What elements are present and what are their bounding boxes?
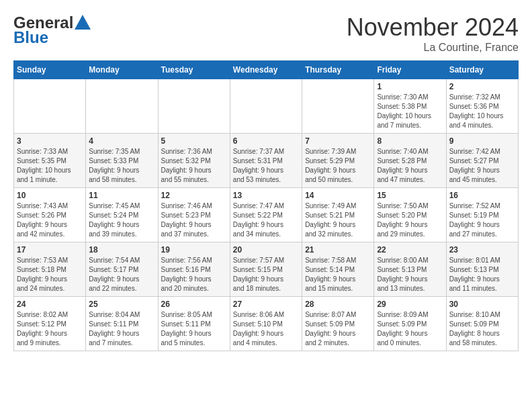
calendar-week-5: 24Sunrise: 8:02 AM Sunset: 5:12 PM Dayli…	[14, 297, 519, 351]
day-number: 2	[449, 82, 515, 91]
calendar-week-3: 10Sunrise: 7:43 AM Sunset: 5:26 PM Dayli…	[14, 188, 519, 242]
day-info: Sunrise: 7:33 AM Sunset: 5:35 PM Dayligh…	[17, 147, 83, 185]
day-info: Sunrise: 8:05 AM Sunset: 5:11 PM Dayligh…	[161, 310, 227, 348]
day-number: 29	[377, 300, 443, 309]
calendar-cell: 20Sunrise: 7:57 AM Sunset: 5:15 PM Dayli…	[230, 242, 302, 297]
calendar-cell: 26Sunrise: 8:05 AM Sunset: 5:11 PM Dayli…	[158, 297, 230, 351]
calendar-cell: 5Sunrise: 7:36 AM Sunset: 5:32 PM Daylig…	[158, 134, 230, 188]
calendar-cell: 10Sunrise: 7:43 AM Sunset: 5:26 PM Dayli…	[14, 188, 86, 242]
day-info: Sunrise: 8:04 AM Sunset: 5:11 PM Dayligh…	[89, 310, 154, 348]
weekday-header-saturday: Saturday	[446, 61, 518, 79]
calendar-cell: 27Sunrise: 8:06 AM Sunset: 5:10 PM Dayli…	[230, 297, 302, 351]
calendar-cell: 21Sunrise: 7:58 AM Sunset: 5:14 PM Dayli…	[302, 242, 374, 297]
day-info: Sunrise: 7:36 AM Sunset: 5:32 PM Dayligh…	[161, 147, 227, 185]
day-info: Sunrise: 7:39 AM Sunset: 5:29 PM Dayligh…	[305, 147, 371, 185]
day-info: Sunrise: 8:00 AM Sunset: 5:13 PM Dayligh…	[377, 256, 443, 293]
day-info: Sunrise: 7:42 AM Sunset: 5:27 PM Dayligh…	[449, 147, 515, 185]
calendar-cell: 9Sunrise: 7:42 AM Sunset: 5:27 PM Daylig…	[446, 134, 518, 188]
month-title: November 2024	[347, 13, 519, 42]
calendar-cell	[230, 79, 302, 134]
day-info: Sunrise: 7:49 AM Sunset: 5:21 PM Dayligh…	[305, 201, 371, 239]
day-number: 14	[305, 191, 371, 200]
day-info: Sunrise: 7:52 AM Sunset: 5:19 PM Dayligh…	[449, 201, 515, 239]
weekday-header-tuesday: Tuesday	[158, 61, 230, 79]
calendar-week-4: 17Sunrise: 7:53 AM Sunset: 5:18 PM Dayli…	[14, 242, 519, 297]
day-number: 28	[305, 300, 371, 309]
day-info: Sunrise: 7:50 AM Sunset: 5:20 PM Dayligh…	[377, 201, 443, 239]
day-info: Sunrise: 8:02 AM Sunset: 5:12 PM Dayligh…	[17, 310, 83, 348]
day-number: 30	[449, 300, 515, 309]
day-number: 26	[161, 300, 227, 309]
logo-icon	[73, 13, 92, 32]
calendar-cell: 14Sunrise: 7:49 AM Sunset: 5:21 PM Dayli…	[302, 188, 374, 242]
day-number: 23	[449, 245, 515, 255]
calendar-cell: 28Sunrise: 8:07 AM Sunset: 5:09 PM Dayli…	[302, 297, 374, 351]
day-number: 10	[17, 191, 83, 200]
day-number: 24	[17, 300, 83, 309]
day-number: 15	[377, 191, 443, 200]
calendar-week-1: 1Sunrise: 7:30 AM Sunset: 5:38 PM Daylig…	[14, 79, 519, 134]
day-number: 3	[17, 136, 83, 146]
calendar-cell: 23Sunrise: 8:01 AM Sunset: 5:13 PM Dayli…	[446, 242, 518, 297]
day-info: Sunrise: 7:45 AM Sunset: 5:24 PM Dayligh…	[89, 201, 154, 239]
day-number: 4	[89, 136, 154, 146]
day-number: 18	[89, 245, 154, 255]
day-number: 17	[17, 245, 83, 255]
day-info: Sunrise: 8:01 AM Sunset: 5:13 PM Dayligh…	[449, 256, 515, 293]
calendar-header-row: SundayMondayTuesdayWednesdayThursdayFrid…	[14, 61, 519, 79]
day-number: 19	[161, 245, 227, 255]
calendar-cell: 11Sunrise: 7:45 AM Sunset: 5:24 PM Dayli…	[86, 188, 158, 242]
calendar-table: SundayMondayTuesdayWednesdayThursdayFrid…	[13, 60, 519, 351]
title-block: November 2024 La Courtine, France	[347, 13, 519, 54]
day-info: Sunrise: 7:30 AM Sunset: 5:38 PM Dayligh…	[377, 93, 443, 130]
day-number: 12	[161, 191, 227, 200]
calendar-cell	[158, 79, 230, 134]
calendar-cell: 2Sunrise: 7:32 AM Sunset: 5:36 PM Daylig…	[446, 79, 518, 134]
calendar-cell: 30Sunrise: 8:10 AM Sunset: 5:09 PM Dayli…	[446, 297, 518, 351]
logo: General Blue	[13, 13, 92, 47]
day-info: Sunrise: 7:54 AM Sunset: 5:17 PM Dayligh…	[89, 256, 154, 293]
calendar-cell: 3Sunrise: 7:33 AM Sunset: 5:35 PM Daylig…	[14, 134, 86, 188]
calendar-cell: 18Sunrise: 7:54 AM Sunset: 5:17 PM Dayli…	[86, 242, 158, 297]
day-number: 22	[377, 245, 443, 255]
weekday-header-wednesday: Wednesday	[230, 61, 302, 79]
day-number: 25	[89, 300, 154, 309]
svg-marker-0	[75, 15, 91, 30]
calendar-cell: 17Sunrise: 7:53 AM Sunset: 5:18 PM Dayli…	[14, 242, 86, 297]
day-info: Sunrise: 7:47 AM Sunset: 5:22 PM Dayligh…	[233, 201, 299, 239]
day-info: Sunrise: 8:07 AM Sunset: 5:09 PM Dayligh…	[305, 310, 371, 348]
calendar-cell: 6Sunrise: 7:37 AM Sunset: 5:31 PM Daylig…	[230, 134, 302, 188]
day-number: 6	[233, 136, 299, 146]
day-info: Sunrise: 7:46 AM Sunset: 5:23 PM Dayligh…	[161, 201, 227, 239]
day-number: 1	[377, 82, 443, 91]
calendar-cell: 12Sunrise: 7:46 AM Sunset: 5:23 PM Dayli…	[158, 188, 230, 242]
day-info: Sunrise: 7:32 AM Sunset: 5:36 PM Dayligh…	[449, 93, 515, 130]
calendar-cell: 13Sunrise: 7:47 AM Sunset: 5:22 PM Dayli…	[230, 188, 302, 242]
day-number: 21	[305, 245, 371, 255]
day-info: Sunrise: 7:43 AM Sunset: 5:26 PM Dayligh…	[17, 201, 83, 239]
day-number: 20	[233, 245, 299, 255]
calendar-cell: 7Sunrise: 7:39 AM Sunset: 5:29 PM Daylig…	[302, 134, 374, 188]
calendar-cell	[14, 79, 86, 134]
page-header: General Blue November 2024 La Courtine, …	[13, 13, 519, 54]
day-number: 5	[161, 136, 227, 146]
day-number: 11	[89, 191, 154, 200]
day-info: Sunrise: 7:58 AM Sunset: 5:14 PM Dayligh…	[305, 256, 371, 293]
day-number: 9	[449, 136, 515, 146]
calendar-cell: 16Sunrise: 7:52 AM Sunset: 5:19 PM Dayli…	[446, 188, 518, 242]
weekday-header-thursday: Thursday	[302, 61, 374, 79]
calendar-cell: 22Sunrise: 8:00 AM Sunset: 5:13 PM Dayli…	[374, 242, 446, 297]
location: La Courtine, France	[347, 42, 519, 54]
calendar-cell: 4Sunrise: 7:35 AM Sunset: 5:33 PM Daylig…	[86, 134, 158, 188]
logo-blue: Blue	[13, 28, 48, 47]
day-info: Sunrise: 7:56 AM Sunset: 5:16 PM Dayligh…	[161, 256, 227, 293]
day-number: 16	[449, 191, 515, 200]
day-number: 27	[233, 300, 299, 309]
calendar-cell: 8Sunrise: 7:40 AM Sunset: 5:28 PM Daylig…	[374, 134, 446, 188]
day-info: Sunrise: 8:09 AM Sunset: 5:09 PM Dayligh…	[377, 310, 443, 348]
day-info: Sunrise: 7:57 AM Sunset: 5:15 PM Dayligh…	[233, 256, 299, 293]
weekday-header-monday: Monday	[86, 61, 158, 79]
calendar-cell: 15Sunrise: 7:50 AM Sunset: 5:20 PM Dayli…	[374, 188, 446, 242]
day-info: Sunrise: 7:35 AM Sunset: 5:33 PM Dayligh…	[89, 147, 154, 185]
calendar-cell: 1Sunrise: 7:30 AM Sunset: 5:38 PM Daylig…	[374, 79, 446, 134]
